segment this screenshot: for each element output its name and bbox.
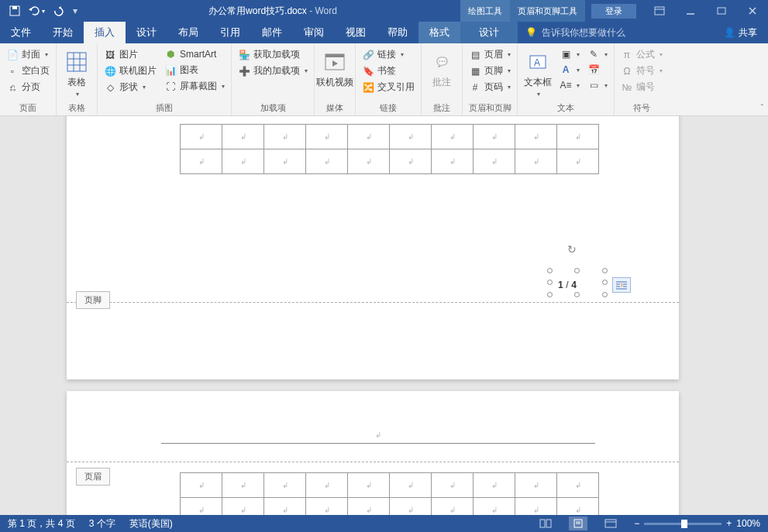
blank-page-button[interactable]: ▫空白页: [3, 63, 53, 79]
document-area[interactable]: 页脚 ↲↲↲↲↲↲↲↲↲↲ ↲↲↲↲↲↲↲↲↲↲ ↻ 1 / 4 页眉 ↲ ↲↲…: [0, 116, 768, 515]
tab-help[interactable]: 帮助: [377, 22, 418, 43]
collapse-ribbon-button[interactable]: ˆ: [761, 104, 763, 112]
layout-options-button[interactable]: [612, 277, 631, 293]
number-button[interactable]: №编号: [618, 79, 666, 95]
zoom-slider[interactable]: [644, 523, 722, 525]
store-icon: 🏪: [238, 49, 250, 61]
maximize-button[interactable]: [706, 0, 737, 22]
zoom-thumb[interactable]: [681, 520, 687, 528]
page-break-button[interactable]: ⎌分页: [3, 79, 53, 95]
filename-label: 办公常用word技巧.docx: [208, 5, 307, 16]
group-label-addins: 加载项: [235, 101, 311, 115]
textbox-button[interactable]: A文本框▾: [521, 46, 555, 101]
login-button[interactable]: 登录: [591, 4, 636, 19]
header-button[interactable]: ▤页眉▾: [466, 46, 514, 63]
group-label-symbols: 符号: [618, 101, 666, 115]
pagenum-button[interactable]: #页码▾: [466, 79, 514, 95]
ribbon-group-pages: 📄封面▾ ▫空白页 ⎌分页 页面: [0, 43, 57, 115]
selection-handle[interactable]: [547, 292, 553, 297]
symbol-button[interactable]: Ω符号▾: [618, 63, 666, 79]
tab-home[interactable]: 开始: [42, 22, 84, 43]
status-wordcount[interactable]: 3 个字: [89, 517, 115, 530]
close-button[interactable]: [737, 0, 768, 22]
selection-handle[interactable]: [602, 268, 608, 273]
svg-rect-21: [605, 520, 616, 527]
print-layout-button[interactable]: [569, 517, 587, 530]
shapes-button[interactable]: ◇形状▾: [101, 79, 160, 95]
table-page1[interactable]: ↲↲↲↲↲↲↲↲↲↲ ↲↲↲↲↲↲↲↲↲↲: [180, 124, 599, 174]
selection-handle[interactable]: [547, 280, 553, 285]
svg-text:A: A: [534, 57, 540, 68]
redo-button[interactable]: [48, 2, 68, 20]
cover-page-icon: 📄: [6, 49, 19, 61]
online-pictures-button[interactable]: 🌐联机图片: [101, 63, 160, 79]
contextual-tabs: 绘图工具 页眉和页脚工具: [460, 0, 585, 22]
zoom-level[interactable]: 100%: [736, 518, 760, 529]
online-video-button[interactable]: 联机视频: [318, 46, 352, 92]
comment-button[interactable]: 💬批注: [425, 46, 459, 92]
quick-access-toolbar: ▾ ▾: [0, 2, 85, 20]
selection-handle[interactable]: [574, 268, 580, 273]
rotate-handle-icon[interactable]: ↻: [567, 243, 577, 256]
read-mode-button[interactable]: [536, 517, 555, 530]
web-layout-button[interactable]: [601, 517, 620, 530]
smartart-button[interactable]: ⬢SmartArt: [161, 46, 228, 62]
tab-references[interactable]: 引用: [209, 22, 251, 43]
cover-page-button[interactable]: 📄封面▾: [3, 46, 53, 63]
save-button[interactable]: [5, 2, 25, 20]
tab-view[interactable]: 视图: [335, 22, 377, 43]
my-addins-button[interactable]: ➕我的加载项▾: [235, 63, 311, 79]
selection-handle[interactable]: [602, 280, 608, 285]
tab-file[interactable]: 文件: [0, 22, 42, 43]
footer-tag: 页脚: [76, 291, 110, 309]
tab-design[interactable]: 设计: [126, 22, 167, 43]
tell-me-search[interactable]: 💡 告诉我你想要做什么: [518, 22, 713, 43]
tab-format[interactable]: 格式: [418, 22, 460, 43]
pictures-button[interactable]: 🖼图片: [101, 46, 160, 63]
crossref-button[interactable]: 🔀交叉引用: [359, 79, 418, 95]
tab-layout[interactable]: 布局: [167, 22, 209, 43]
get-addins-button[interactable]: 🏪获取加载项: [235, 46, 311, 63]
textbox-icon: A: [525, 50, 550, 74]
ribbon-display-button[interactable]: [644, 0, 675, 22]
selection-handle[interactable]: [574, 292, 580, 297]
table-page2[interactable]: ↲↲↲↲↲↲↲↲↲↲ ↲↲↲↲↲↲↲↲↲↲ ↲↲↲↲↲↲↲↲↲↲ ↲↲↲↲↲↲↲…: [180, 472, 599, 515]
table-button[interactable]: 表格▾: [60, 46, 94, 101]
zoom-in-button[interactable]: +: [726, 518, 732, 529]
drawing-tools-tab-title: 绘图工具: [460, 0, 510, 22]
screenshot-button[interactable]: ⛶屏幕截图▾: [161, 78, 228, 94]
tab-design-hf[interactable]: 设计: [460, 22, 518, 43]
link-button[interactable]: 🔗链接▾: [359, 46, 418, 63]
tab-mail[interactable]: 邮件: [251, 22, 293, 43]
share-button[interactable]: 👤 共享: [713, 22, 768, 43]
footer-boundary: [67, 302, 679, 303]
chart-button[interactable]: 📊图表: [161, 62, 228, 78]
status-language[interactable]: 英语(美国): [129, 517, 173, 530]
menu-bar: 文件 开始 插入 设计 布局 引用 邮件 审阅 视图 帮助 格式 设计 💡 告诉…: [0, 22, 768, 43]
selection-handle[interactable]: [547, 268, 553, 273]
equation-button[interactable]: π公式▾: [618, 46, 666, 63]
undo-button[interactable]: ▾: [26, 2, 46, 20]
datetime-button[interactable]: 📅: [584, 62, 611, 77]
tab-insert[interactable]: 插入: [84, 22, 126, 43]
wordart-icon: A: [560, 63, 572, 76]
group-label-tables: 表格: [60, 101, 94, 115]
dropcap-button[interactable]: A≡▾: [556, 77, 583, 93]
quickparts-button[interactable]: ▣▾: [556, 46, 583, 62]
footer-button[interactable]: ▦页脚▾: [466, 63, 514, 79]
status-page[interactable]: 第 1 页，共 4 页: [8, 517, 75, 530]
tab-review[interactable]: 审阅: [293, 22, 335, 43]
zoom-out-button[interactable]: −: [634, 518, 639, 529]
bookmark-button[interactable]: 🔖书签: [359, 63, 418, 79]
ribbon-group-headerfooter: ▤页眉▾ ▦页脚▾ #页码▾ 页眉和页脚: [463, 43, 518, 115]
wordart-button[interactable]: A▾: [556, 62, 583, 77]
selection-handle[interactable]: [602, 292, 608, 297]
qat-customize-button[interactable]: ▾: [70, 2, 81, 20]
share-label: 共享: [739, 26, 757, 39]
signature-button[interactable]: ✎▾: [584, 46, 611, 62]
video-icon: [322, 50, 347, 74]
ribbon-group-comments: 💬批注 批注: [422, 43, 463, 115]
minimize-button[interactable]: [675, 0, 706, 22]
pagenum-icon: #: [469, 81, 481, 94]
object-button[interactable]: ▭▾: [584, 77, 611, 93]
